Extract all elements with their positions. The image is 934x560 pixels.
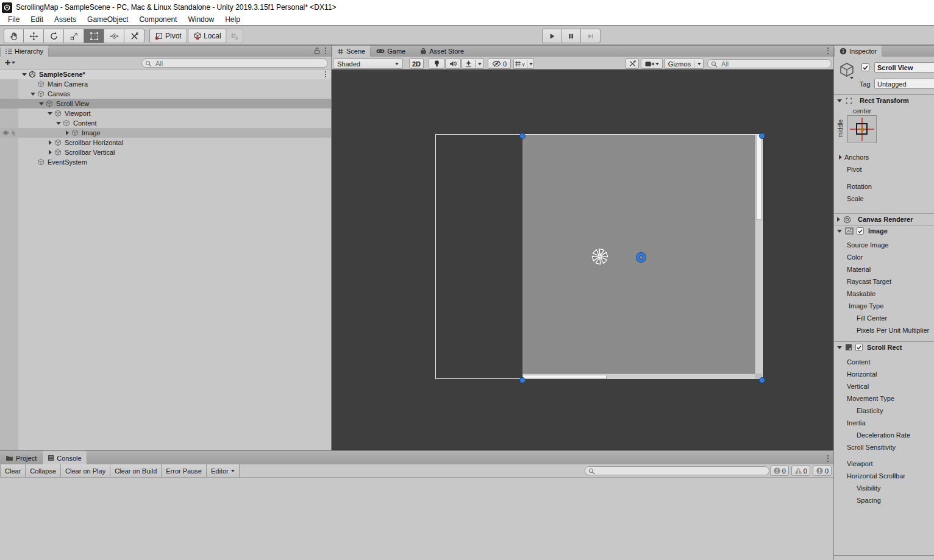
hierarchy-row-eventsystem[interactable]: EventSystem <box>0 157 331 167</box>
menu-component[interactable]: Component <box>134 15 182 26</box>
step-button[interactable] <box>581 29 601 43</box>
console-log-area[interactable] <box>0 478 833 560</box>
scroll-rect-header[interactable]: Scroll Rect <box>834 341 934 353</box>
scale-tool-button[interactable] <box>64 29 84 43</box>
menu-edit[interactable]: Edit <box>25 15 49 26</box>
tab-console[interactable]: Console <box>42 452 87 464</box>
hidden-objects-button[interactable]: 0 <box>488 58 511 69</box>
scale-row[interactable]: Scale <box>834 193 934 205</box>
fill-center-row[interactable]: Fill Center <box>834 312 934 324</box>
lighting-toggle-button[interactable] <box>429 58 444 69</box>
pixels-per-unit-row[interactable]: Pixels Per Unit Multiplier <box>834 324 934 336</box>
spacing-row[interactable]: Spacing <box>834 494 934 506</box>
scene-vertical-scrollbar[interactable] <box>755 135 762 374</box>
hierarchy-row-viewport[interactable]: Viewport <box>0 108 331 118</box>
2d-toggle-button[interactable]: 2D <box>409 58 424 69</box>
image-type-row[interactable]: Image Type <box>834 300 934 312</box>
image-enabled-checkbox[interactable] <box>857 227 864 235</box>
local-toggle-button[interactable]: Local <box>188 29 227 43</box>
hierarchy-search[interactable] <box>141 58 328 68</box>
play-button[interactable] <box>542 29 561 43</box>
content-row[interactable]: Content <box>834 356 934 368</box>
horizontal-scrollbar-row[interactable]: Horizontal Scrollbar <box>834 470 934 482</box>
deceleration-rate-row[interactable]: Deceleration Rate <box>834 429 934 441</box>
color-row[interactable]: Color <box>834 251 934 263</box>
gameobject-cube-icon[interactable] <box>839 62 855 78</box>
scroll-sensitivity-row[interactable]: Scroll Sensitivity <box>834 441 934 453</box>
lock-icon[interactable] <box>314 47 320 54</box>
chevron-expanded-icon[interactable] <box>20 73 29 76</box>
scene-horizontal-scrollbar[interactable] <box>522 374 755 379</box>
scene-camera-dropdown[interactable] <box>641 58 663 69</box>
hierarchy-row-scrollbar-horizontal[interactable]: Scrollbar Horizontal <box>0 138 331 147</box>
tab-asset-store[interactable]: Asset Store <box>415 46 469 57</box>
error-count-badge[interactable]: 0 <box>813 466 832 476</box>
maskable-row[interactable]: Maskable <box>834 288 934 300</box>
horizontal-row[interactable]: Horizontal <box>834 368 934 380</box>
elasticity-row[interactable]: Elasticity <box>834 405 934 417</box>
anchor-preset-button[interactable] <box>847 115 877 143</box>
selection-handle-bottom-right[interactable] <box>759 377 765 383</box>
scene-menu-icon[interactable] <box>325 70 326 78</box>
picking-cursor-icon[interactable] <box>11 130 17 136</box>
canvas-renderer-header[interactable]: Canvas Renderer <box>834 213 934 225</box>
scene-search[interactable] <box>707 59 832 68</box>
tab-hierarchy[interactable]: Hierarchy <box>0 46 49 57</box>
tab-scene[interactable]: Scene <box>332 46 371 57</box>
inertia-row[interactable]: Inertia <box>834 417 934 429</box>
material-row[interactable]: Material <box>834 263 934 275</box>
editor-dropdown-button[interactable]: Editor <box>207 464 240 477</box>
scene-menu-icon[interactable] <box>827 47 829 55</box>
menu-help[interactable]: Help <box>219 15 246 26</box>
active-checkbox[interactable] <box>861 63 869 71</box>
horizontal-scrollbar-handle[interactable] <box>522 375 607 379</box>
image-component-header[interactable]: Image <box>834 225 934 236</box>
hierarchy-row-scroll-view[interactable]: Scroll View <box>0 99 331 108</box>
hierarchy-scene-divider[interactable] <box>331 46 332 451</box>
pause-button[interactable] <box>561 29 581 43</box>
tab-project[interactable]: Project <box>0 452 42 464</box>
raycast-target-row[interactable]: Raycast Target <box>834 275 934 288</box>
hierarchy-row-canvas[interactable]: Canvas <box>0 89 331 99</box>
object-name-field[interactable]: Scroll View <box>874 62 934 73</box>
warning-count-badge[interactable]: 0 <box>791 466 810 476</box>
movement-type-row[interactable]: Movement Type <box>834 392 934 405</box>
tag-dropdown[interactable]: Untagged <box>874 79 934 89</box>
rotate-tool-button[interactable] <box>44 29 64 43</box>
selection-handle-top-left[interactable] <box>519 133 526 139</box>
scene-viewport[interactable] <box>332 69 833 451</box>
vertical-scrollbar-handle[interactable] <box>756 135 762 220</box>
rect-tool-button[interactable] <box>84 29 104 43</box>
menu-gameobject[interactable]: GameObject <box>82 15 134 26</box>
scene-tools-button[interactable] <box>626 58 639 69</box>
chevron-collapsed-icon[interactable] <box>63 130 71 135</box>
menu-assets[interactable]: Assets <box>49 15 82 26</box>
menu-file[interactable]: File <box>2 15 25 26</box>
visibility-eye-icon[interactable] <box>2 130 10 135</box>
hierarchy-search-input[interactable] <box>142 60 327 67</box>
gizmos-dropdown[interactable]: Gizmos <box>665 58 704 69</box>
selection-handle-top-right[interactable] <box>759 133 765 139</box>
tab-inspector[interactable]: Inspector <box>834 46 882 57</box>
source-image-row[interactable]: Source Image <box>834 239 934 251</box>
custom-tool-button[interactable] <box>124 29 144 43</box>
move-tool-button[interactable] <box>24 29 44 43</box>
chevron-expanded-icon[interactable] <box>29 93 37 96</box>
preview-header[interactable]: Scroll View <box>834 555 934 560</box>
chevron-collapsed-icon[interactable] <box>46 140 54 145</box>
console-menu-icon[interactable] <box>827 455 829 463</box>
info-count-badge[interactable]: 0 <box>770 466 789 476</box>
collapse-button[interactable]: Collapse <box>26 464 61 477</box>
hierarchy-row-image[interactable]: Image <box>0 128 331 138</box>
clear-on-build-button[interactable]: Clear on Build <box>110 464 162 477</box>
rect-transform-header[interactable]: Rect Transform <box>834 94 934 106</box>
clear-button[interactable]: Clear <box>0 464 26 477</box>
hierarchy-row-samplescene[interactable]: SampleScene* <box>0 69 331 79</box>
console-search-input[interactable] <box>585 467 769 475</box>
hierarchy-row-content[interactable]: Content <box>0 118 331 128</box>
tab-game[interactable]: Game <box>371 46 411 57</box>
scroll-rect-enabled-checkbox[interactable] <box>855 344 863 351</box>
menu-window[interactable]: Window <box>182 15 219 26</box>
hierarchy-menu-icon[interactable] <box>325 47 326 55</box>
scene-search-input[interactable] <box>708 60 831 68</box>
